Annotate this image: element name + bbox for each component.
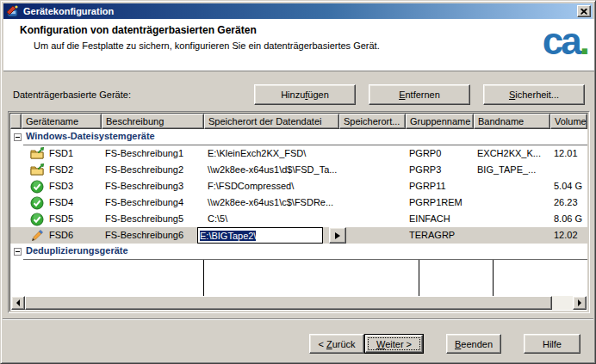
finish-button[interactable]: Beenden	[446, 334, 501, 354]
grid-header-row: Gerätename Beschreibung Speicherort der …	[10, 114, 587, 129]
device-configuration-dialog: Gerätekonfiguration Konfiguration von da…	[0, 0, 596, 364]
titlebar[interactable]: Gerätekonfiguration	[3, 3, 593, 19]
wizard-header: Konfiguration von datenträgerbasierten G…	[3, 19, 594, 71]
grid-empty-area	[10, 260, 587, 299]
column-header-data-file-location[interactable]: Speicherort der Datendatei	[204, 114, 339, 129]
green-check-icon	[30, 196, 44, 210]
page-subtitle: Um auf die Festplatte zu sichern, konfig…	[34, 40, 380, 51]
back-button[interactable]: < Zurück	[309, 334, 364, 354]
table-row-selected[interactable]: FSD6 FS-Beschreibung6 TERAGRP 12.02 E:\B…	[10, 227, 587, 244]
column-header-tape-name[interactable]: Bandname	[474, 114, 550, 129]
folder-check-icon	[30, 163, 44, 177]
security-button[interactable]: Sicherheit...	[483, 84, 585, 105]
add-button[interactable]: Hinzufügen	[254, 84, 356, 105]
column-header-volume[interactable]: Volume	[550, 114, 587, 129]
table-row[interactable]: FSD1 FS-Beschreibung1 E:\KleinExch2KX_FS…	[10, 145, 587, 162]
window-title: Gerätekonfiguration	[23, 6, 114, 16]
remove-button[interactable]: Entfernen	[369, 84, 470, 105]
window-icon	[6, 4, 20, 18]
table-row[interactable]: FSD2 FS-Beschreibung2 \\w2k8ee-x64us1\d$…	[10, 162, 587, 178]
collapse-icon[interactable]	[14, 248, 22, 256]
column-header-group-name[interactable]: Gruppenname	[406, 114, 474, 129]
scroll-right-icon	[578, 299, 581, 306]
path-edit-input[interactable]: E:\BIGTape2\	[197, 227, 323, 244]
browse-dropdown-button[interactable]	[329, 227, 346, 244]
page-title: Konfiguration von datenträgerbasierten G…	[20, 24, 257, 36]
dropdown-right-icon	[335, 232, 340, 239]
horizontal-scrollbar[interactable]	[11, 296, 587, 310]
devices-grid: Gerätename Beschreibung Speicherort der …	[8, 111, 590, 313]
table-row[interactable]: FSD3 FS-Beschreibung3 F:\FSDCompressed\ …	[10, 178, 587, 194]
folder-check-icon	[30, 147, 44, 161]
collapse-icon[interactable]	[14, 133, 22, 141]
table-row[interactable]: FSD4 FS-Beschreibung4 \\w2k8ee-x64us1\c$…	[10, 194, 587, 211]
devices-section-label: Datenträgerbasierte Geräte:	[13, 89, 131, 100]
green-check-icon	[30, 180, 44, 194]
column-header-location2[interactable]: Speicherort...	[339, 114, 406, 129]
scroll-left-button[interactable]	[11, 296, 25, 310]
footer-separator	[3, 318, 593, 320]
column-header-device-name[interactable]: Gerätename	[22, 114, 102, 129]
green-check-icon	[30, 213, 44, 226]
next-button[interactable]: Weiter >	[364, 334, 424, 354]
scroll-left-icon	[16, 299, 20, 306]
column-header-description[interactable]: Beschreibung	[102, 114, 204, 129]
group-row-windows-fs[interactable]: Windows-Dateisystemgeräte	[10, 129, 587, 145]
scroll-right-button[interactable]	[573, 296, 587, 310]
ca-logo: ca.	[543, 14, 587, 69]
scrollbar-track[interactable]	[552, 296, 573, 310]
column-header-gutter[interactable]	[10, 114, 22, 129]
table-row[interactable]: FSD5 FS-Beschreibung5 C:\5\ EINFACH 8.06…	[10, 211, 587, 227]
scrollbar-thumb[interactable]	[25, 296, 552, 310]
pencil-icon	[30, 229, 44, 243]
group-row-dedup[interactable]: Deduplizierungsgeräte	[10, 244, 587, 260]
help-button[interactable]: Hilfe	[524, 334, 580, 354]
